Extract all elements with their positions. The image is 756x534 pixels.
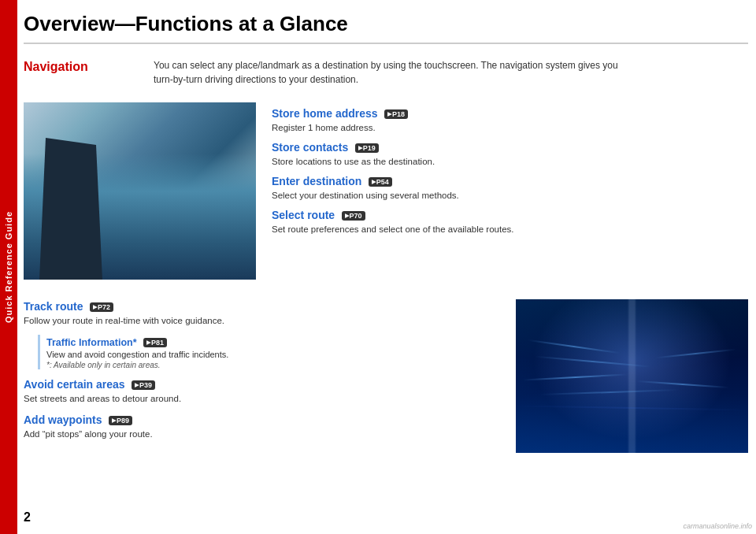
feature-enter-dest-desc: Select your destination using several me… <box>272 189 748 202</box>
navigation-section: Navigation You can select any place/land… <box>24 58 748 87</box>
page-number: 2 <box>24 510 31 525</box>
feature-track-route-badge: P72 <box>90 302 113 312</box>
sidebar-label: Quick Reference Guide <box>4 211 13 323</box>
sidebar-tab: Quick Reference Guide <box>0 0 17 534</box>
feature-store-contacts-title: Store contacts <box>272 141 348 154</box>
light-streak-3 <box>523 373 628 380</box>
main-content: Overview—Functions at a Glance Navigatio… <box>24 12 748 510</box>
feature-traffic-desc: View and avoid congestion and traffic in… <box>46 350 500 359</box>
feature-add-waypoints-title: Add waypoints <box>24 413 102 426</box>
light-streak-7 <box>516 405 748 410</box>
watermark: carmanualsonline.info <box>683 522 752 530</box>
lower-section: Track route P72 Follow your route in rea… <box>24 299 748 453</box>
feature-traffic-note: *: Available only in certain areas. <box>46 361 500 369</box>
feature-avoid-areas: Avoid certain areas P39 Set streets and … <box>24 377 500 405</box>
feature-add-waypoints-badge: P89 <box>109 416 132 425</box>
feature-store-home-badge: P18 <box>384 109 408 119</box>
feature-traffic-badge: P81 <box>143 338 167 347</box>
feature-store-home-desc: Register 1 home address. <box>272 121 748 134</box>
page-title: Overview—Functions at a Glance <box>24 12 748 44</box>
feature-store-home: Store home address P18 Register 1 home a… <box>272 106 748 134</box>
feature-store-contacts-desc: Store locations to use as the destinatio… <box>272 155 748 168</box>
feature-list-upper: Store home address P18 Register 1 home a… <box>272 102 748 280</box>
navigation-label: Navigation <box>24 58 154 87</box>
nav-desc-line2: turn-by-turn driving directions to your … <box>154 74 358 85</box>
upper-section: Store home address P18 Register 1 home a… <box>24 102 748 280</box>
navigation-description: You can select any place/landmark as a d… <box>154 58 748 87</box>
feature-avoid-areas-badge: P39 <box>132 380 155 390</box>
feature-enter-dest-title: Enter destination <box>272 175 361 187</box>
light-streak-2 <box>535 356 650 368</box>
feature-traffic-title: Traffic Information* <box>46 337 137 348</box>
feature-track-route-title: Track route <box>24 300 83 313</box>
feature-avoid-areas-title: Avoid certain areas <box>24 378 125 391</box>
feature-add-waypoints: Add waypoints P89 Add “pit stops” along … <box>24 413 500 440</box>
feature-list-lower: Track route P72 Follow your route in rea… <box>24 299 500 453</box>
feature-select-route-badge: P70 <box>342 211 365 221</box>
road-image-inner <box>516 299 748 453</box>
feature-select-route: Select route P70 Set route preferences a… <box>272 208 748 235</box>
building-photo <box>24 102 256 280</box>
feature-track-route-desc: Follow your route in real-time with voic… <box>24 314 500 327</box>
light-streak-6 <box>539 389 679 395</box>
feature-enter-dest-badge: P54 <box>369 177 392 187</box>
feature-select-route-desc: Set route preferences and select one of … <box>272 223 748 235</box>
light-streak-1 <box>528 339 620 353</box>
feature-avoid-areas-desc: Set streets and areas to detour around. <box>24 392 500 405</box>
feature-select-route-title: Select route <box>272 209 335 221</box>
feature-add-waypoints-desc: Add “pit stops” along your route. <box>24 428 500 440</box>
feature-enter-destination: Enter destination P54 Select your destin… <box>272 174 748 202</box>
feature-store-contacts: Store contacts P19 Store locations to us… <box>272 140 748 168</box>
nav-desc-line1: You can select any place/landmark as a d… <box>154 60 618 71</box>
road-tunnel-photo <box>516 299 748 453</box>
light-streak-4 <box>655 349 736 359</box>
light-streak-5 <box>636 380 729 388</box>
feature-store-home-title: Store home address <box>272 107 378 120</box>
feature-traffic-info: Traffic Information* P81 View and avoid … <box>38 335 500 369</box>
feature-track-route: Track route P72 Follow your route in rea… <box>24 299 500 327</box>
feature-store-contacts-badge: P19 <box>355 143 379 153</box>
